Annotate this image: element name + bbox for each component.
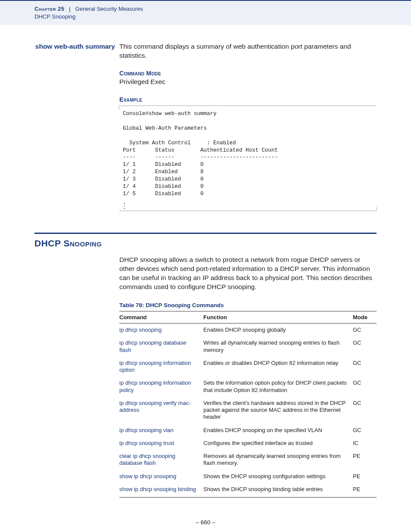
command-function: Enables DHCP snooping globally bbox=[203, 324, 353, 337]
table-row: ip dhcp snoopingEnables DHCP snooping gl… bbox=[119, 324, 377, 337]
command-link[interactable]: ip dhcp snooping vlan bbox=[119, 424, 203, 437]
command-mode: GC bbox=[353, 424, 377, 437]
table-row: ip dhcp snooping verify mac-addressVerif… bbox=[119, 397, 377, 424]
command-link[interactable]: ip dhcp snooping trust bbox=[119, 437, 203, 450]
table-row: ip dhcp snooping trustConfigures the spe… bbox=[119, 437, 377, 450]
page-header: Chapter 25 | General Security Measures D… bbox=[0, 0, 411, 25]
command-mode: GC bbox=[353, 324, 377, 337]
command-mode: PE bbox=[353, 470, 377, 483]
command-mode: PE bbox=[353, 483, 377, 498]
header-subtitle: DHCP Snooping bbox=[34, 13, 394, 21]
table-row: clear ip dhcp snooping database flashRem… bbox=[119, 450, 377, 470]
command-mode-value: Privileged Exec bbox=[119, 78, 377, 87]
command-link[interactable]: ip dhcp snooping bbox=[119, 324, 203, 337]
command-function: Enables or disables DHCP Option 82 infor… bbox=[203, 357, 353, 377]
command-function: Verifies the client's hardware address s… bbox=[203, 397, 353, 424]
command-mode: PE bbox=[353, 450, 377, 470]
chapter-label: Chapter 25 bbox=[34, 6, 64, 12]
table-row: show ip dhcp snoopingShows the DHCP snoo… bbox=[119, 470, 377, 483]
command-function: Configures the specified interface as tr… bbox=[203, 437, 353, 450]
command-mode-label: Command Mode bbox=[119, 70, 377, 77]
command-link[interactable]: ip dhcp snooping verify mac-address bbox=[119, 397, 203, 424]
command-name: show web-auth summary bbox=[34, 42, 119, 51]
vertical-ellipsis-icon: ... bbox=[119, 201, 377, 211]
section-intro: DHCP snooping allows a switch to protect… bbox=[119, 255, 377, 292]
table-caption: Table 78: DHCP Snooping Commands bbox=[119, 302, 377, 308]
section-heading: DHCP Snooping bbox=[34, 238, 377, 249]
example-output: Console#show web-auth summary Global Web… bbox=[119, 106, 377, 201]
command-function: Sets the information option policy for D… bbox=[203, 376, 353, 397]
example-label: Example bbox=[119, 96, 377, 103]
command-definition: show web-auth summary This command displ… bbox=[34, 42, 377, 60]
table-row: ip dhcp snooping database flashWrites al… bbox=[119, 336, 377, 357]
section-rule bbox=[34, 233, 377, 238]
page-number: – 660 – bbox=[34, 519, 377, 526]
table-row: ip dhcp snooping information policySets … bbox=[119, 376, 377, 397]
example-box: Console#show web-auth summary Global Web… bbox=[119, 106, 377, 211]
col-function: Function bbox=[203, 311, 353, 324]
command-mode: GC bbox=[353, 397, 377, 424]
commands-table: Command Function Mode ip dhcp snoopingEn… bbox=[119, 311, 377, 498]
command-link[interactable]: ip dhcp snooping information policy bbox=[119, 376, 203, 397]
command-mode: GC bbox=[353, 376, 377, 397]
command-function: Removes all dynamically learned snooping… bbox=[203, 450, 353, 470]
table-row: ip dhcp snooping information optionEnabl… bbox=[119, 357, 377, 377]
table-row: show ip dhcp snooping bindingShows the D… bbox=[119, 483, 377, 498]
table-row: ip dhcp snooping vlanEnables DHCP snoopi… bbox=[119, 424, 377, 437]
command-mode: GC bbox=[353, 336, 377, 357]
col-mode: Mode bbox=[353, 311, 377, 324]
command-function: Shows the DHCP snooping configuration se… bbox=[203, 470, 353, 483]
command-mode: GC bbox=[353, 357, 377, 377]
command-description: This command displays a summary of web a… bbox=[119, 42, 377, 60]
command-link[interactable]: show ip dhcp snooping binding bbox=[119, 483, 203, 498]
command-link[interactable]: clear ip dhcp snooping database flash bbox=[119, 450, 203, 470]
command-function: Shows the DHCP snooping binding table en… bbox=[203, 483, 353, 498]
command-link[interactable]: ip dhcp snooping information option bbox=[119, 357, 203, 377]
command-function: Enables DHCP snooping on the specified V… bbox=[203, 424, 353, 437]
command-function: Writes all dynamically learned snooping … bbox=[203, 336, 353, 357]
separator: | bbox=[66, 6, 74, 12]
command-link[interactable]: show ip dhcp snooping bbox=[119, 470, 203, 483]
command-mode: IC bbox=[353, 437, 377, 450]
col-command: Command bbox=[119, 311, 203, 324]
chapter-title: General Security Measures bbox=[75, 6, 143, 12]
command-link[interactable]: ip dhcp snooping database flash bbox=[119, 336, 203, 357]
